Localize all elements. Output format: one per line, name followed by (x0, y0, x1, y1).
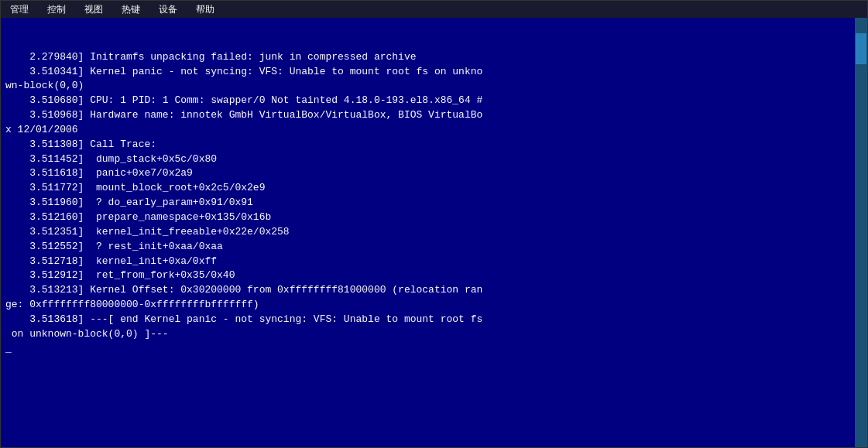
terminal-line: 3.512552] ? rest_init+0xaa/0xaa (5, 240, 863, 255)
terminal-line: x 12/01/2006 (5, 123, 863, 138)
menu-hotkey[interactable]: 热键 (118, 2, 143, 18)
terminal-line: wn-block(0,0) (5, 79, 863, 94)
terminal-line: 3.512718] kernel_init+0xa/0xff (5, 255, 863, 269)
terminal-line: 3.510341] Kernel panic - not syncing: VF… (5, 65, 863, 80)
menu-help[interactable]: 帮助 (193, 2, 218, 18)
menu-control[interactable]: 控制 (44, 2, 69, 18)
terminal-line: 3.510680] CPU: 1 PID: 1 Comm: swapper/0 … (5, 94, 863, 108)
menu-manage[interactable]: 管理 (7, 2, 32, 18)
terminal-line: 3.513213] Kernel Offset: 0x30200000 from… (5, 283, 863, 298)
scrollbar[interactable] (855, 18, 867, 447)
terminal-line: 2.279840] Initramfs unpacking failed: ju… (5, 50, 863, 65)
terminal-line: 3.512160] prepare_namespace+0x135/0x16b (5, 210, 863, 225)
terminal-line: _ (5, 342, 863, 357)
terminal-line: ge: 0xffffffff80000000-0xffffffffbffffff… (5, 298, 863, 313)
menu-device[interactable]: 设备 (156, 2, 180, 18)
scrollbar-thumb[interactable] (856, 33, 866, 64)
app-window: 管理 控制 视图 热键 设备 帮助 2.279840] Initramfs un… (0, 0, 868, 448)
terminal-line: 3.512351] kernel_init_freeable+0x22e/0x2… (5, 225, 863, 240)
terminal-line: 3.511960] ? do_early_param+0x91/0x91 (5, 196, 863, 210)
terminal-line: on unknown-block(0,0) ]--- (5, 327, 863, 342)
terminal-line: 3.513618] ---[ end Kernel panic - not sy… (5, 313, 863, 327)
terminal-output: 2.279840] Initramfs unpacking failed: ju… (5, 21, 863, 356)
terminal-area: 2.279840] Initramfs unpacking failed: ju… (1, 18, 867, 447)
terminal-line: 3.511772] mount_block_root+0x2c5/0x2e9 (5, 181, 863, 196)
menu-view[interactable]: 视图 (81, 2, 106, 18)
terminal-line: 3.511618] panic+0xe7/0x2a9 (5, 166, 863, 181)
terminal-line: 3.511452] dump_stack+0x5c/0x80 (5, 152, 863, 167)
terminal-line: 3.512912] ret_from_fork+0x35/0x40 (5, 268, 863, 283)
title-bar: 管理 控制 视图 热键 设备 帮助 (1, 1, 867, 18)
terminal-line: 3.510968] Hardware name: innotek GmbH Vi… (5, 108, 863, 123)
terminal-line: 3.511308] Call Trace: (5, 138, 863, 152)
